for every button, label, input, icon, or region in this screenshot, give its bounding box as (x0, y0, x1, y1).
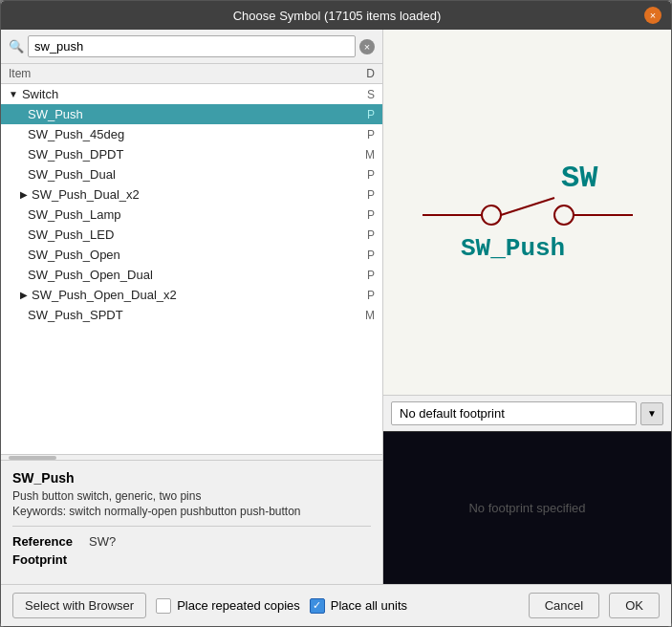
item-label: SW_Push (28, 107, 83, 121)
search-icon: 🔍 (9, 39, 24, 54)
footprint-row: No default footprint ▼ (383, 395, 671, 431)
switch-bar (501, 198, 554, 215)
item-label: SW_Push_Dual (28, 167, 116, 182)
scrollbar-thumb[interactable] (9, 456, 56, 460)
titlebar: Choose Symbol (17105 items loaded) × (1, 1, 671, 30)
expand-arrow-switch: ▼ (9, 89, 18, 99)
expand-arrow: ▶ (20, 290, 28, 300)
footprint-dropdown-button[interactable]: ▼ (640, 402, 663, 425)
dialog-title: Choose Symbol (17105 items loaded) (30, 9, 644, 23)
list-header: Item D (1, 64, 382, 84)
item-label: SW_Push_DPDT (28, 147, 123, 162)
header-desc-label: D (366, 67, 375, 80)
close-button[interactable]: × (644, 7, 661, 24)
cancel-button[interactable]: Cancel (529, 593, 599, 618)
category-switch[interactable]: ▼ Switch S (1, 84, 382, 104)
left-panel: 🔍 × Item D ▼ Switch S SW_Push (1, 30, 383, 584)
item-desc: P (359, 269, 375, 282)
item-label: SW_Push_Open_Dual (28, 268, 153, 282)
place-repeated-text: Place repeated copies (177, 598, 300, 613)
main-content: 🔍 × Item D ▼ Switch S SW_Push (1, 30, 671, 584)
place-all-units-text: Place all units (331, 598, 407, 613)
symbol-keywords: Keywords: switch normally-open pushbutto… (12, 505, 371, 518)
item-label: SW_Push_45deg (28, 127, 124, 141)
symbol-list[interactable]: ▼ Switch S SW_Push P SW_Push_45deg P SW_… (1, 84, 382, 454)
place-all-units-label[interactable]: ✓ Place all units (310, 598, 407, 614)
sw-bottom-label: SW_Push (461, 234, 565, 263)
choose-symbol-dialog: Choose Symbol (17105 items loaded) × 🔍 ×… (0, 0, 672, 627)
item-desc: M (358, 148, 375, 162)
item-desc: P (359, 168, 375, 182)
item-label: SW_Push_Lamp (28, 207, 121, 222)
item-desc: P (359, 289, 375, 302)
sw-top-label: SW (561, 161, 598, 196)
list-item[interactable]: SW_Push_Open_Dual P (1, 265, 382, 285)
category-desc: S (359, 88, 375, 101)
item-label: SW_Push_Open_Dual_x2 (32, 288, 177, 302)
search-bar: 🔍 × (1, 30, 382, 64)
symbol-preview: SW SW_Push (413, 150, 642, 274)
category-label: Switch (22, 87, 58, 101)
ok-button[interactable]: OK (609, 593, 660, 618)
search-input[interactable] (28, 35, 356, 57)
bottom-bar: Select with Browser Place repeated copie… (1, 584, 671, 626)
item-desc: P (359, 228, 375, 242)
item-label: SW_Push_SPDT (28, 308, 123, 322)
item-desc: P (359, 128, 375, 141)
symbol-name: SW_Push (12, 470, 371, 486)
list-item[interactable]: ▶ SW_Push_Open_Dual_x2 P (1, 285, 382, 305)
symbol-preview-area: SW SW_Push (383, 30, 671, 395)
place-all-units-checkbox[interactable]: ✓ (310, 598, 325, 614)
item-label: SW_Push_LED (28, 227, 114, 242)
info-divider (12, 526, 371, 527)
list-item[interactable]: SW_Push_LED P (1, 225, 382, 245)
list-item[interactable]: ▶ SW_Push_Dual_x2 P (1, 184, 382, 205)
reference-field: Reference SW? (12, 534, 371, 549)
item-label: SW_Push_Open (28, 248, 120, 262)
expand-arrow: ▶ (20, 189, 28, 200)
header-item-label: Item (9, 67, 31, 80)
symbol-description: Push button switch, generic, two pins (12, 489, 371, 503)
footprint-select[interactable]: No default footprint (391, 401, 637, 425)
item-label: SW_Push_Dual_x2 (32, 187, 140, 202)
list-item[interactable]: SW_Push_45deg P (1, 124, 382, 144)
footprint-field: Footprint (12, 552, 371, 567)
item-desc: M (358, 309, 375, 322)
reference-label: Reference (12, 534, 89, 549)
schematic-svg: SW SW_Push (413, 150, 642, 274)
footprint-preview-area: No footprint specified (383, 431, 671, 584)
item-desc: P (359, 208, 375, 222)
item-desc: P (359, 108, 375, 121)
clear-search-button[interactable]: × (359, 39, 375, 54)
list-item[interactable]: SW_Push_Lamp P (1, 205, 382, 225)
list-item[interactable]: SW_Push_SPDT M (1, 305, 382, 325)
list-item[interactable]: SW_Push_Dual P (1, 164, 382, 184)
reference-value: SW? (89, 534, 116, 549)
circle-left (482, 205, 501, 225)
list-item[interactable]: SW_Push_DPDT M (1, 144, 382, 164)
circle-right (554, 205, 574, 225)
item-desc: P (359, 188, 375, 202)
select-with-browser-button[interactable]: Select with Browser (12, 593, 146, 618)
no-footprint-text: No footprint specified (468, 501, 585, 515)
place-repeated-label[interactable]: Place repeated copies (156, 598, 300, 614)
list-item[interactable]: SW_Push P (1, 104, 382, 124)
item-desc: P (359, 249, 375, 262)
place-repeated-checkbox[interactable] (156, 598, 171, 614)
info-panel: SW_Push Push button switch, generic, two… (1, 460, 382, 584)
footprint-label: Footprint (12, 552, 89, 567)
list-item[interactable]: SW_Push_Open P (1, 245, 382, 265)
right-panel: SW SW_Push (383, 30, 671, 584)
